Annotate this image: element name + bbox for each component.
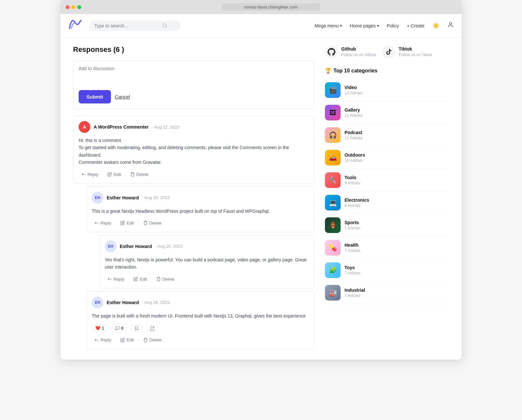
user-icon[interactable]	[447, 22, 454, 30]
category-outdoors[interactable]: 🚗 Outdoors 10 Articles	[325, 147, 449, 169]
tiktok-link[interactable]: Tiktok Follow us on Tiktok	[382, 45, 432, 58]
delete-button-c1[interactable]: Delete	[128, 171, 151, 178]
category-toys[interactable]: 🧩 Toys 7 Articles	[325, 259, 449, 282]
comment-1-1-1-body: Yes that's right, Nextjs is powerful. Yo…	[105, 256, 309, 271]
maximize-dot[interactable]	[77, 5, 81, 9]
edit-button-c1-1-1[interactable]: Edit	[131, 275, 149, 283]
comment-1-author: A WordPress Commenter	[94, 124, 149, 130]
discussion-textarea[interactable]	[79, 66, 309, 89]
heart-reaction[interactable]: ❤️ 1	[92, 324, 108, 332]
github-link[interactable]: Github Follow us on Github	[325, 45, 376, 58]
category-sports-img: 🏺	[325, 217, 341, 233]
left-column: Responses (6 ) Submit Cancel A A WordPre…	[73, 45, 315, 352]
browser-dots	[66, 5, 81, 9]
comment-1-1-actions: Reply Edit Delete	[92, 219, 309, 227]
bookmark-icon	[134, 326, 139, 331]
category-tools-name: Tools	[345, 175, 361, 180]
categories-title: 🏆 Top 10 categories	[325, 68, 449, 74]
responses-title: Responses (6 )	[73, 45, 315, 54]
logo[interactable]	[68, 19, 83, 32]
category-video[interactable]: 🎬 Video 12 Articles	[325, 79, 449, 101]
delete-button-c1-1-1[interactable]: Delete	[154, 275, 177, 283]
category-tools-img: 🔧	[325, 172, 341, 188]
category-tools[interactable]: 🔧 Tools 9 Articles	[325, 169, 449, 192]
comment-1-1-1: EH Esther Howard · Aug 26, 2023 Yes that…	[99, 235, 315, 288]
social-links: Github Follow us on Github Tiktok Follow…	[325, 45, 449, 58]
category-toys-count: 7 Articles	[345, 271, 361, 275]
category-health[interactable]: 💊 Health 7 Articles	[325, 237, 449, 259]
category-electronics[interactable]: 💻 Electronics 8 Articles	[325, 192, 449, 214]
discussion-box: Submit Cancel	[73, 60, 315, 109]
comment-reaction[interactable]: 6	[112, 324, 127, 332]
reply-button-c1-2[interactable]: Reply	[92, 336, 114, 344]
category-sports-count: 7 Articles	[345, 226, 361, 230]
category-gallery-img: 🖼	[325, 105, 341, 120]
nav-home-pages[interactable]: Home pages ▾	[350, 23, 379, 28]
edit-button-c1-1[interactable]: Edit	[118, 219, 136, 227]
nav-policy[interactable]: Policy	[387, 23, 399, 28]
electronics-img-inner: 💻	[325, 195, 341, 210]
nav-mega-menu[interactable]: Mega menu ▾	[315, 23, 342, 28]
comment-1-header: A A WordPress Commenter · Aug 22, 2023	[79, 121, 309, 133]
categories-list: 🎬 Video 12 Articles 🖼 Gallery	[325, 79, 449, 304]
trophy-icon: 🏆	[325, 68, 331, 74]
category-outdoors-count: 10 Articles	[345, 158, 365, 163]
reply-button-c1-1[interactable]: Reply	[92, 219, 114, 227]
search-bar[interactable]	[89, 21, 180, 31]
edit-button-c1[interactable]: Edit	[105, 171, 123, 178]
tools-img-inner: 🔧	[325, 172, 341, 188]
category-outdoors-name: Outdoors	[345, 152, 365, 158]
video-img-inner: 🎬	[325, 82, 341, 98]
toys-img-inner: 🧩	[325, 262, 341, 278]
theme-toggle-icon[interactable]: ☀️	[432, 22, 439, 29]
delete-icon	[143, 221, 148, 225]
category-podcast-name: Podcast	[345, 130, 362, 135]
comment-1-date: · Aug 22, 2023	[152, 125, 179, 130]
heart-icon: ❤️	[95, 326, 100, 331]
category-industrial[interactable]: 🏭 Industrial 7 Articles	[325, 282, 449, 304]
comment-icon	[115, 326, 120, 331]
category-toys-info: Toys 7 Articles	[345, 265, 361, 275]
cancel-button[interactable]: Cancel	[115, 94, 130, 100]
category-podcast[interactable]: 🎧 Podcast 11 Articles	[325, 124, 449, 147]
category-sports-name: Sports	[345, 220, 361, 225]
category-gallery[interactable]: 🖼 Gallery 11 Articles	[325, 101, 449, 124]
share-reaction[interactable]	[146, 324, 158, 332]
reply-icon	[94, 221, 99, 225]
sidebar: Github Follow us on Github Tiktok Follow…	[325, 45, 449, 352]
chevron-down-icon: ▾	[340, 23, 342, 28]
category-health-img: 💊	[325, 240, 341, 256]
category-industrial-img: 🏭	[325, 285, 341, 301]
comment-count: 6	[121, 326, 123, 331]
category-toys-img: 🧩	[325, 262, 341, 278]
reply-button-c1[interactable]: Reply	[79, 171, 101, 178]
gallery-img-inner: 🖼	[325, 105, 341, 120]
delete-button-c1-2[interactable]: Delete	[141, 336, 164, 344]
health-img-inner: 💊	[325, 240, 341, 256]
bookmark-reaction[interactable]	[131, 324, 143, 332]
share-icon	[150, 326, 155, 331]
svg-point-0	[163, 24, 166, 27]
nested-comment-1-2-wrapper: EH Esther Howard · Aug 26, 2023 The page…	[86, 291, 315, 349]
comment-1-2: EH Esther Howard · Aug 26, 2023 The page…	[86, 291, 315, 349]
delete-button-c1-1[interactable]: Delete	[141, 219, 164, 227]
comment-1-2-date: · Aug 26, 2023	[142, 300, 170, 305]
comment-thread-1: A A WordPress Commenter · Aug 22, 2023 H…	[73, 116, 315, 349]
comment-1-actions: Reply Edit Delete	[79, 171, 309, 178]
category-gallery-count: 11 Articles	[345, 113, 362, 118]
minimize-dot[interactable]	[71, 5, 75, 9]
close-dot[interactable]	[66, 5, 69, 9]
avatar-esther-2: EH	[105, 241, 116, 252]
category-industrial-info: Industrial 7 Articles	[345, 288, 365, 298]
category-podcast-info: Podcast 11 Articles	[345, 130, 362, 140]
submit-button[interactable]: Submit	[79, 90, 111, 103]
tiktok-text: Tiktok Follow us on Tiktok	[399, 46, 432, 57]
search-input[interactable]	[94, 23, 160, 28]
reply-button-c1-1-1[interactable]: Reply	[105, 275, 127, 283]
sports-img-inner: 🏺	[325, 217, 341, 233]
comment-1-1: EH Esther Howard · Aug 26, 2023 This is …	[86, 186, 315, 232]
nested-comment-1-1-1-wrapper: EH Esther Howard · Aug 26, 2023 Yes that…	[99, 235, 315, 288]
category-sports[interactable]: 🏺 Sports 7 Articles	[325, 214, 449, 237]
edit-button-c1-2[interactable]: Edit	[118, 336, 136, 344]
create-button[interactable]: + Create	[407, 23, 424, 28]
